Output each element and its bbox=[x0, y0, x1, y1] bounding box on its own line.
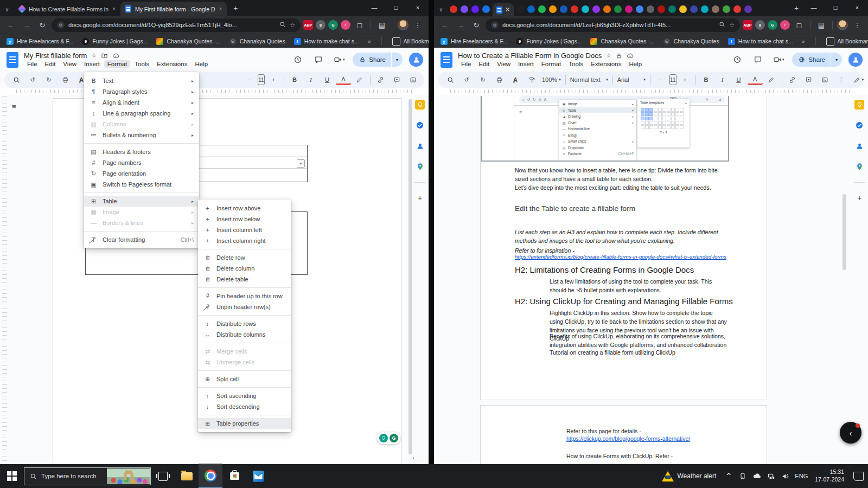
spell-check-icon[interactable]: A bbox=[508, 73, 523, 86]
paragraph-style-select[interactable]: Normal text▾ bbox=[569, 73, 610, 86]
font-size-value[interactable]: 11 bbox=[669, 74, 676, 85]
pinned-tab-favicon[interactable] bbox=[668, 5, 676, 13]
meet-video-icon[interactable]: ▾ bbox=[332, 53, 346, 67]
pinned-tab-favicon[interactable] bbox=[733, 5, 741, 13]
paragraph[interactable]: Tutorial on creating a fillable form uti… bbox=[550, 349, 727, 357]
search-menus-icon[interactable] bbox=[443, 73, 458, 86]
pinned-tab-favicon[interactable] bbox=[744, 5, 752, 13]
font-size-decrease-icon[interactable]: − bbox=[653, 73, 668, 86]
search-menus-icon[interactable] bbox=[9, 73, 24, 86]
menu-tools[interactable]: Tools bbox=[131, 60, 152, 68]
tab-search-chevron-icon[interactable]: ∨ bbox=[434, 2, 448, 16]
site-info-icon[interactable]: ⚙ bbox=[57, 21, 65, 29]
back-icon[interactable]: ← bbox=[4, 18, 17, 31]
heading-h3[interactable]: Edit the Table to create a fillable form bbox=[515, 204, 635, 213]
pinned-tab-favicon[interactable] bbox=[723, 5, 730, 13]
menu-item-bullets-numbering[interactable]: ≔Bullets & numbering▸ bbox=[84, 130, 199, 140]
star-document-icon[interactable]: ☆ bbox=[606, 52, 611, 59]
google-maps-icon[interactable] bbox=[854, 162, 864, 171]
extension-icon[interactable]: ✓ bbox=[780, 20, 790, 30]
browser-menu-kebab-icon[interactable]: ⋮ bbox=[851, 18, 864, 31]
close-button[interactable]: × bbox=[846, 0, 868, 15]
pinned-tab-favicon[interactable] bbox=[625, 5, 633, 13]
all-bookmarks-button[interactable]: All Bookmarks bbox=[826, 37, 868, 46]
share-button[interactable]: Share ▾ bbox=[792, 53, 842, 67]
undo-icon[interactable]: ↺ bbox=[459, 73, 474, 86]
menu-item-distribute-rows[interactable]: ↕Distribute rows bbox=[198, 318, 291, 329]
get-addons-plus-icon[interactable]: + bbox=[857, 194, 861, 202]
grammarly-widget[interactable]: G bbox=[377, 432, 400, 444]
horizontal-ruler[interactable] bbox=[434, 88, 868, 95]
menu-item-align-indent[interactable]: ≡Align & indent▸ bbox=[84, 97, 199, 108]
pinned-tab-favicon[interactable] bbox=[560, 5, 567, 13]
font-family-select[interactable]: Arial▾ bbox=[616, 73, 647, 86]
text-color-icon[interactable]: A bbox=[748, 75, 763, 85]
menu-view[interactable]: View bbox=[60, 60, 80, 68]
menu-tools[interactable]: Tools bbox=[565, 60, 586, 68]
paragraph[interactable]: Let's dive deep into the most exciting p… bbox=[515, 184, 727, 192]
bookmark-item[interactable]: Chanakya Quotes -... bbox=[156, 38, 220, 45]
suggestion-bulb-icon[interactable] bbox=[379, 434, 388, 442]
version-history-icon[interactable] bbox=[291, 53, 305, 67]
menu-item-headers-footers[interactable]: ▤Headers & footers bbox=[84, 146, 199, 157]
undo-icon[interactable]: ↺ bbox=[25, 73, 40, 86]
font-size-decrease-icon[interactable]: − bbox=[241, 73, 257, 86]
italic-icon[interactable]: I bbox=[303, 73, 318, 86]
pinned-tab-favicon[interactable] bbox=[712, 5, 719, 13]
menu-item-page-orientation[interactable]: ↻Page orientation bbox=[84, 168, 199, 179]
maximize-button[interactable]: □ bbox=[385, 0, 407, 15]
bookmark-item[interactable]: yHire Freelancers & F... bbox=[441, 38, 507, 45]
pinned-tab-favicon[interactable] bbox=[658, 5, 665, 13]
bookmark-item[interactable]: ☉Chanakya Quotes bbox=[229, 38, 285, 45]
weather-alert-label[interactable]: Weather alert bbox=[677, 472, 716, 480]
grammarly-extension-icon[interactable]: G bbox=[328, 20, 338, 30]
account-avatar[interactable] bbox=[409, 53, 423, 67]
google-docs-logo-icon[interactable] bbox=[5, 50, 20, 69]
document-title[interactable]: How to Create a Fillable Form in Google … bbox=[458, 52, 602, 60]
menu-item-delete-table[interactable]: Delete table bbox=[198, 274, 291, 285]
start-button[interactable] bbox=[0, 464, 24, 488]
version-history-icon[interactable] bbox=[730, 53, 744, 67]
approvals-lock-icon[interactable] bbox=[616, 53, 622, 59]
pinned-tab-favicon[interactable] bbox=[636, 5, 643, 13]
menu-item-page-numbers[interactable]: #Page numbers bbox=[84, 157, 199, 168]
menu-item-paragraph-styles[interactable]: ¶Paragraph styles▸ bbox=[84, 86, 199, 97]
maximize-button[interactable]: □ bbox=[825, 0, 846, 15]
extension-icon[interactable]: ✓ bbox=[341, 20, 350, 30]
bookmark-star-icon[interactable]: ☆ bbox=[729, 22, 735, 29]
menu-item-insert-row-above[interactable]: +Insert row above bbox=[198, 203, 291, 214]
share-button[interactable]: Share ▾ bbox=[353, 53, 403, 67]
menu-insert[interactable]: Insert bbox=[515, 60, 537, 68]
document-page-2[interactable]: Refer to this page for details - https:/… bbox=[480, 405, 767, 464]
menu-item-sort-descending[interactable]: ↓Sort descending bbox=[198, 401, 291, 412]
paragraph-italic[interactable]: List each step as an H3 and explain how … bbox=[515, 228, 727, 246]
weather-alert-icon[interactable] bbox=[659, 464, 677, 488]
underline-icon[interactable]: U bbox=[731, 73, 746, 86]
menu-item-split-cell[interactable]: ⊕Split cell bbox=[198, 374, 291, 384]
pinned-tab-favicon[interactable] bbox=[450, 5, 457, 13]
more-toolbar-icon[interactable]: ⋮ bbox=[422, 73, 429, 86]
document-title[interactable]: My First fillable form bbox=[24, 52, 87, 60]
share-dropdown-icon[interactable]: ▾ bbox=[831, 53, 842, 67]
cell-dropdown-icon[interactable]: ▼ bbox=[297, 159, 305, 168]
grammarly-g-icon[interactable]: G bbox=[390, 434, 398, 442]
google-keep-icon[interactable] bbox=[854, 100, 864, 110]
minimize-button[interactable]: — bbox=[363, 0, 385, 15]
star-document-icon[interactable]: ☆ bbox=[91, 52, 97, 59]
pinned-tab-favicon[interactable] bbox=[582, 5, 589, 13]
pinned-tab-favicon[interactable] bbox=[461, 5, 468, 13]
bold-icon[interactable]: B bbox=[287, 73, 302, 86]
taskbar-clock[interactable]: 15:31 17-07-2024 bbox=[815, 468, 844, 483]
tab-close-icon[interactable]: × bbox=[505, 5, 510, 15]
embedded-screenshot-image[interactable]: ⌕↺↻⎙A −11+⋮ ✎∧ ≡ ▣Image▸ ⊞Table▸ ◢Drawin… bbox=[481, 96, 729, 162]
menu-item-insert-row-below[interactable]: +Insert row below bbox=[198, 214, 291, 224]
google-maps-icon[interactable] bbox=[415, 162, 425, 171]
menu-item-insert-column-right[interactable]: +Insert column right bbox=[198, 235, 291, 246]
language-indicator[interactable]: ENG bbox=[792, 464, 810, 488]
bookmarks-overflow-chevron[interactable]: » bbox=[368, 38, 371, 44]
browser-profile-avatar[interactable] bbox=[837, 20, 848, 30]
expand-corner-chevron-icon[interactable]: › bbox=[412, 454, 414, 461]
font-size-increase-icon[interactable]: + bbox=[678, 73, 693, 86]
hyperlink[interactable]: https://clickup.com/blog/google-forms-al… bbox=[566, 435, 729, 444]
move-folder-icon[interactable] bbox=[101, 52, 108, 59]
